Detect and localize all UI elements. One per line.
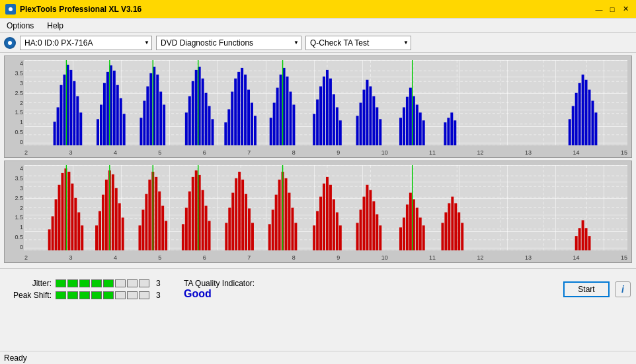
svg-rect-180 xyxy=(205,206,208,250)
svg-rect-81 xyxy=(316,100,319,145)
svg-rect-27 xyxy=(69,70,72,145)
svg-rect-195 xyxy=(278,180,281,250)
svg-rect-98 xyxy=(403,107,405,145)
svg-rect-109 xyxy=(454,120,456,145)
bottom-chart-svg xyxy=(24,165,627,250)
svg-rect-25 xyxy=(63,75,65,145)
window-title: PlexTools Professional XL V3.16 xyxy=(20,5,141,14)
svg-rect-171 xyxy=(165,221,167,250)
svg-rect-118 xyxy=(594,112,597,145)
charts-area: 4 3.5 3 2.5 2 1.5 1 0.5 0 xyxy=(0,53,636,268)
svg-rect-160 xyxy=(118,203,121,250)
svg-rect-49 xyxy=(163,104,165,145)
jitter-seg-3 xyxy=(79,279,90,287)
svg-rect-219 xyxy=(399,227,402,250)
svg-rect-189 xyxy=(245,194,247,250)
svg-rect-40 xyxy=(123,114,126,145)
window-controls: — □ ✕ xyxy=(594,4,631,15)
svg-rect-77 xyxy=(289,92,292,145)
svg-rect-73 xyxy=(276,88,279,145)
svg-rect-115 xyxy=(585,80,588,145)
svg-rect-224 xyxy=(416,208,418,251)
svg-rect-181 xyxy=(208,221,211,250)
svg-rect-90 xyxy=(360,103,362,146)
svg-rect-210 xyxy=(339,225,342,250)
svg-rect-187 xyxy=(238,172,241,250)
svg-rect-64 xyxy=(234,79,237,145)
svg-rect-216 xyxy=(372,201,375,250)
drive-select-wrapper: HA:0 ID:0 PX-716A ▼ xyxy=(20,36,152,50)
svg-rect-190 xyxy=(248,208,251,250)
svg-rect-69 xyxy=(251,103,253,146)
close-button[interactable]: ✕ xyxy=(620,4,631,15)
svg-rect-212 xyxy=(360,209,362,250)
svg-rect-185 xyxy=(231,193,234,250)
svg-rect-88 xyxy=(339,120,342,145)
svg-rect-159 xyxy=(115,188,118,250)
svg-rect-72 xyxy=(273,103,276,146)
test-select[interactable]: Q-Check TA Test xyxy=(305,36,411,50)
info-button[interactable]: i xyxy=(615,281,631,297)
svg-rect-230 xyxy=(448,203,450,250)
svg-rect-95 xyxy=(376,107,378,145)
peakshift-seg-8 xyxy=(139,291,149,299)
menu-options[interactable]: Options xyxy=(4,20,36,32)
top-chart-inner xyxy=(24,60,627,145)
svg-rect-84 xyxy=(326,70,329,145)
svg-rect-104 xyxy=(422,120,425,145)
jitter-row: Jitter: 3 xyxy=(5,279,164,288)
svg-rect-175 xyxy=(188,192,191,250)
svg-rect-199 xyxy=(291,208,294,251)
svg-rect-117 xyxy=(591,101,594,145)
menu-help[interactable]: Help xyxy=(44,20,66,32)
peakshift-seg-5 xyxy=(103,291,114,299)
svg-rect-111 xyxy=(572,106,575,145)
svg-rect-29 xyxy=(76,96,79,145)
svg-rect-239 xyxy=(588,236,591,250)
svg-rect-144 xyxy=(58,185,61,250)
jitter-seg-1 xyxy=(56,279,66,287)
svg-rect-57 xyxy=(205,93,208,145)
svg-rect-102 xyxy=(416,104,418,145)
svg-rect-66 xyxy=(241,68,243,145)
svg-rect-158 xyxy=(112,174,114,250)
jitter-label: Jitter: xyxy=(5,279,52,288)
svg-rect-221 xyxy=(406,205,409,250)
svg-rect-184 xyxy=(228,208,231,251)
svg-rect-232 xyxy=(454,203,457,250)
top-chart-x-axis: 2 3 4 5 6 7 8 9 10 11 12 13 14 15 xyxy=(24,149,627,156)
svg-rect-32 xyxy=(97,119,99,145)
bottom-chart-y-axis: 4 3.5 3 2.5 2 1.5 1 0.5 0 xyxy=(7,165,23,250)
svg-rect-211 xyxy=(356,223,359,250)
maximize-button[interactable]: □ xyxy=(607,4,617,15)
top-chart: 4 3.5 3 2.5 2 1.5 1 0.5 0 xyxy=(4,55,632,158)
svg-rect-204 xyxy=(319,197,322,250)
svg-rect-168 xyxy=(155,177,157,250)
svg-rect-194 xyxy=(275,195,278,250)
svg-rect-80 xyxy=(313,114,315,145)
svg-rect-145 xyxy=(61,173,64,250)
jitter-seg-8 xyxy=(139,279,149,287)
svg-rect-56 xyxy=(202,79,204,145)
svg-rect-176 xyxy=(192,177,194,250)
svg-rect-43 xyxy=(143,101,145,145)
drive-select[interactable]: HA:0 ID:0 PX-716A xyxy=(20,36,152,50)
start-button[interactable]: Start xyxy=(563,281,610,297)
svg-rect-174 xyxy=(185,208,188,251)
svg-rect-226 xyxy=(422,225,425,250)
app-icon xyxy=(5,4,16,15)
bottom-chart: 4 3.5 3 2.5 2 1.5 1 0.5 0 xyxy=(4,161,632,263)
svg-rect-173 xyxy=(182,224,184,250)
svg-rect-206 xyxy=(326,177,329,250)
svg-rect-53 xyxy=(192,81,194,145)
function-select[interactable]: DVD Diagnostic Functions xyxy=(156,36,301,50)
status-text: Ready xyxy=(4,353,27,363)
minimize-button[interactable]: — xyxy=(594,4,604,15)
svg-rect-61 xyxy=(224,122,227,145)
svg-rect-44 xyxy=(146,87,149,145)
svg-rect-62 xyxy=(227,109,230,145)
svg-rect-48 xyxy=(159,92,162,145)
svg-rect-154 xyxy=(99,211,101,250)
svg-rect-67 xyxy=(244,75,247,145)
svg-rect-94 xyxy=(372,96,375,145)
